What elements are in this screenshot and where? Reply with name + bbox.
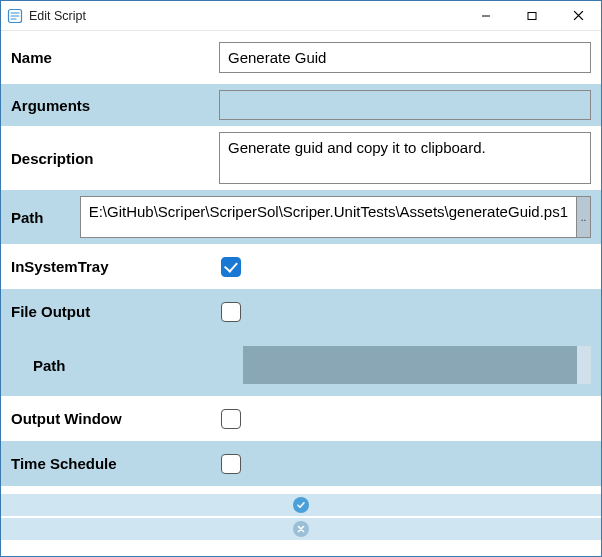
maximize-button[interactable] bbox=[509, 1, 555, 30]
window-title: Edit Script bbox=[29, 9, 463, 23]
row-timeschedule: Time Schedule bbox=[1, 441, 601, 486]
label-fileoutput-path: Path bbox=[1, 340, 243, 390]
row-fileoutput: File Output bbox=[1, 289, 601, 334]
browse-fileoutput-button bbox=[577, 346, 591, 384]
label-timeschedule: Time Schedule bbox=[1, 441, 219, 486]
row-outputwindow: Output Window bbox=[1, 396, 601, 441]
footer bbox=[1, 492, 601, 540]
ok-row[interactable] bbox=[1, 492, 601, 516]
path-input[interactable]: E:\GitHub\Scriper\ScriperSol\Scriper.Uni… bbox=[80, 196, 577, 238]
form-content: Name Generate Guid Arguments Description… bbox=[1, 31, 601, 556]
check-icon bbox=[293, 497, 309, 513]
close-button[interactable] bbox=[555, 1, 601, 30]
minimize-button[interactable] bbox=[463, 1, 509, 30]
row-description: Description Generate guid and copy it to… bbox=[1, 126, 601, 190]
label-path: Path bbox=[1, 190, 80, 244]
timeschedule-checkbox[interactable] bbox=[221, 454, 241, 474]
edit-script-window: Edit Script Name Generate Guid Arguments bbox=[0, 0, 602, 557]
cross-icon bbox=[293, 521, 309, 537]
arguments-input[interactable] bbox=[219, 90, 591, 120]
fileoutput-path-input bbox=[243, 346, 577, 384]
fileoutput-checkbox[interactable] bbox=[221, 302, 241, 322]
insystemtray-checkbox[interactable] bbox=[221, 257, 241, 277]
label-name: Name bbox=[1, 31, 219, 84]
label-arguments: Arguments bbox=[1, 84, 219, 126]
name-input[interactable]: Generate Guid bbox=[219, 42, 591, 73]
outputwindow-checkbox[interactable] bbox=[221, 409, 241, 429]
description-input[interactable]: Generate guid and copy it to clipboard. bbox=[219, 132, 591, 184]
row-fileoutput-path: Path bbox=[1, 334, 601, 396]
script-icon bbox=[7, 8, 23, 24]
label-outputwindow: Output Window bbox=[1, 396, 219, 441]
label-insystemtray: InSystemTray bbox=[1, 244, 219, 289]
window-controls bbox=[463, 1, 601, 30]
row-insystemtray: InSystemTray bbox=[1, 244, 601, 289]
titlebar: Edit Script bbox=[1, 1, 601, 31]
label-description: Description bbox=[1, 126, 219, 190]
cancel-row[interactable] bbox=[1, 516, 601, 540]
browse-path-button[interactable]: .. bbox=[577, 196, 591, 238]
svg-rect-1 bbox=[528, 12, 536, 19]
label-fileoutput: File Output bbox=[1, 289, 219, 334]
row-arguments: Arguments bbox=[1, 84, 601, 126]
row-path: Path E:\GitHub\Scriper\ScriperSol\Scripe… bbox=[1, 190, 601, 244]
row-name: Name Generate Guid bbox=[1, 31, 601, 84]
